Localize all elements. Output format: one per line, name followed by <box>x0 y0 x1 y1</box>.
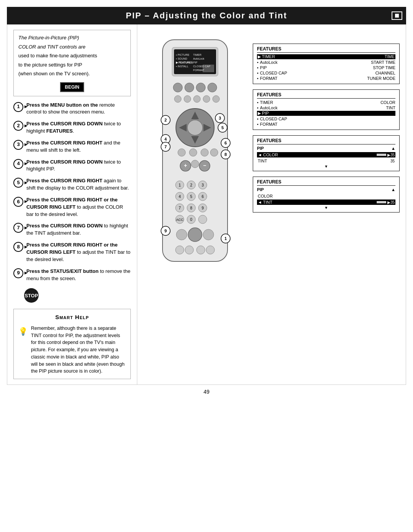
svg-text:AutoLock: AutoLock <box>193 57 205 60</box>
panel2-item-pip: ▶ PIP <box>257 111 395 116</box>
page-number: 49 <box>0 389 413 395</box>
step-text-7: Press the CURSOR RING DOWN to highlight … <box>26 222 131 237</box>
step-3: 3 Press the CURSOR RING RIGHT and the me… <box>13 139 131 154</box>
svg-text:3: 3 <box>219 116 221 120</box>
svg-text:ACC: ACC <box>176 218 184 222</box>
intro-line4: to the picture settings for PIP <box>18 61 126 69</box>
step-8: 8 Press the CURSOR RING RIGHT or the CUR… <box>13 242 131 263</box>
svg-point-18 <box>184 96 191 102</box>
color-bar-fill <box>359 154 377 156</box>
svg-text:9: 9 <box>164 229 167 233</box>
panel2-item-timer: •TIMERCOLOR <box>257 100 395 105</box>
begin-badge: BEGIN <box>60 82 84 92</box>
intro-line2: COLOR and TINT controls are <box>18 43 126 51</box>
panel2-item-autolock: •AutoLockTINT <box>257 105 395 110</box>
svg-point-21 <box>213 96 220 102</box>
intro-line1: The Picture-in-Picture (PIP) <box>18 34 126 42</box>
panel1-item-closedcap: •CLOSED CAPCHANNEL <box>257 71 395 75</box>
svg-point-23 <box>187 120 203 135</box>
left-panel: The Picture-in-Picture (PIP) COLOR and T… <box>7 24 137 384</box>
panel4-down-arrow: ▼ <box>257 206 395 210</box>
svg-text:6: 6 <box>202 195 204 199</box>
step-text-1: Press the MENU button on the remote cont… <box>26 102 131 116</box>
step-text-6: Press the CURSOR RING RIGHT or the CURSO… <box>26 196 131 218</box>
svg-point-40 <box>191 160 199 168</box>
step-num-6: 6 <box>13 197 23 207</box>
smart-help-box: Smart Help 💡 Remember, although there is… <box>13 309 131 379</box>
svg-text:• PICTURE: • PICTURE <box>176 54 189 56</box>
svg-text:1: 1 <box>179 183 181 187</box>
svg-point-13 <box>173 83 182 92</box>
intro-line3: used to make fine-tune adjustments <box>18 52 126 60</box>
svg-text:8: 8 <box>224 152 227 157</box>
svg-point-14 <box>185 83 194 92</box>
step-num-7: 7 <box>13 223 23 233</box>
panel3-down-arrow: ▼ <box>257 164 395 169</box>
svg-point-68 <box>185 246 193 254</box>
page-title: PIP – Adjusting the Color and Tint <box>126 11 287 20</box>
step-text-3: Press the CURSOR RING RIGHT and the menu… <box>26 139 131 154</box>
svg-text:2: 2 <box>190 183 192 187</box>
svg-text:5: 5 <box>190 195 192 199</box>
panel2-title: FEATURES <box>257 92 395 99</box>
menu-panel-4: FEATURES PIP ▲ COLOR ◄ TINT ▶35 <box>253 177 400 212</box>
panel3-title: FEATURES <box>257 138 395 144</box>
panel1-item-autolock: •AutoLockSTART TIME <box>257 60 395 65</box>
svg-point-70 <box>206 246 215 254</box>
svg-text:7: 7 <box>179 206 181 210</box>
step-5: 5 Press the CURSOR RING RIGHT again to s… <box>13 177 131 192</box>
svg-text:−: − <box>203 162 206 169</box>
intro-box: The Picture-in-Picture (PIP) COLOR and T… <box>13 30 131 96</box>
svg-text:6: 6 <box>224 141 227 145</box>
panel1-item-format: •FORMATTUNER MODE <box>257 76 395 81</box>
step-4: 4 Press the CURSOR RING DOWN twice to hi… <box>13 159 131 173</box>
color-bar: ▶35 <box>359 153 395 157</box>
step-text-2: Press the CURSOR RING DOWN twice to high… <box>26 120 131 135</box>
svg-text:4: 4 <box>179 195 181 199</box>
step-num-2: 2 <box>13 121 23 131</box>
step-num-8: 8 <box>13 242 23 252</box>
intro-line5: (when shown on the TV screen). <box>18 70 126 78</box>
svg-point-63 <box>198 215 207 224</box>
panel1-item-timer: ▶ TIMERTIME <box>257 54 395 59</box>
remote-illustration: • PICTURE • SOUND ▶ FEATURES • INSTALL T… <box>143 36 247 274</box>
right-panel: • PICTURE • SOUND ▶ FEATURES • INSTALL T… <box>137 24 406 384</box>
svg-text:CLOSED CAP: CLOSED CAP <box>193 65 210 68</box>
panel2-item-format: •FORMAT <box>257 122 395 127</box>
tint-bar-track <box>359 201 386 203</box>
svg-text:▶ FEATURES: ▶ FEATURES <box>176 61 193 64</box>
step-9: 9 Press the STATUS/EXIT button to remove… <box>13 268 131 282</box>
svg-text:FORMAT: FORMAT <box>193 69 205 71</box>
panel2-item-closedcap: •CLOSED CAP <box>257 117 395 121</box>
svg-text:7: 7 <box>164 144 167 149</box>
panel4-subtitle: PIP ▲ <box>257 187 395 192</box>
svg-point-35 <box>210 149 218 156</box>
svg-text:2: 2 <box>164 118 167 122</box>
menu-panel-3: FEATURES PIP ▲ ◄ COLOR ▶35 TINT 35 <box>253 135 400 171</box>
smart-help-text: Remember, although there is a separate T… <box>31 325 126 375</box>
tint-bar-fill <box>359 201 377 203</box>
panel4-color-row: COLOR <box>257 193 395 199</box>
svg-point-15 <box>196 83 205 92</box>
svg-text:TIMER: TIMER <box>193 54 202 56</box>
svg-point-65 <box>188 228 202 242</box>
svg-text:• SOUND: • SOUND <box>176 57 187 60</box>
remote-svg: • PICTURE • SOUND ▶ FEATURES • INSTALL T… <box>143 36 247 273</box>
panel1-title: FEATURES <box>257 46 395 53</box>
panel3-color-row: ◄ COLOR ▶35 <box>257 152 395 157</box>
stop-badge: STOP <box>24 288 39 303</box>
step-6: 6 Press the CURSOR RING RIGHT or the CUR… <box>13 196 131 218</box>
svg-text:4: 4 <box>164 137 167 141</box>
step-num-1: 1 <box>13 102 23 112</box>
step-text-9: Press the STATUS/EXIT button to remove t… <box>26 268 131 282</box>
svg-text:5: 5 <box>221 125 224 130</box>
svg-point-67 <box>176 246 184 254</box>
smart-help-body: 💡 Remember, although there is a separate… <box>18 325 126 375</box>
panel4-tint-row: ◄ TINT ▶35 <box>257 200 395 205</box>
menu-panel-2: FEATURES •TIMERCOLOR •AutoLockTINT ▶ PIP… <box>253 89 400 130</box>
panel3-tint-row: TINT 35 <box>257 158 395 164</box>
step-text-4: Press the CURSOR RING DOWN twice to high… <box>26 159 131 173</box>
svg-text:• INSTALL: • INSTALL <box>176 65 188 68</box>
svg-point-33 <box>189 149 197 156</box>
step-1: 1 Press the MENU button on the remote co… <box>13 102 131 116</box>
